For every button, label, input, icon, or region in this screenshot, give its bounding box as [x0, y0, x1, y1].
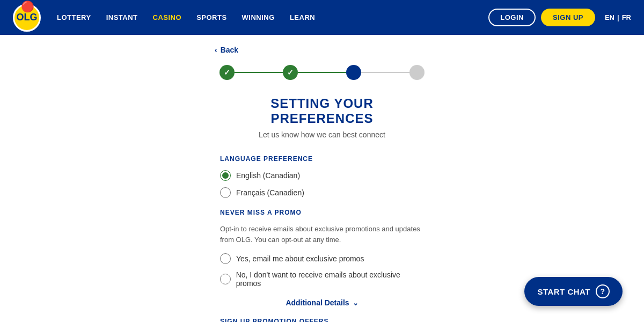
- logo-circle: 🔴 OLG: [13, 4, 41, 32]
- promo-option-yes[interactable]: Yes, email me about exclusive promos: [220, 253, 424, 264]
- step-2: ✓: [283, 65, 298, 80]
- preferences-form: SETTING YOUR PREFERENCES Let us know how…: [209, 96, 435, 322]
- nav-casino[interactable]: CASINO: [153, 13, 182, 21]
- promo-label-no: No, I don't want to receive emails about…: [236, 270, 424, 288]
- nav-winning[interactable]: WINNING: [242, 13, 275, 21]
- chevron-down-icon: ⌄: [353, 299, 358, 307]
- main-nav: LOTTERY INSTANT CASINO SPORTS WINNING LE…: [57, 13, 488, 21]
- step-line-1: [235, 72, 283, 73]
- step-line-3: [361, 72, 409, 73]
- promo-label-yes: Yes, email me about exclusive promos: [236, 254, 364, 263]
- promo-option-no[interactable]: No, I don't want to receive emails about…: [220, 270, 424, 288]
- lang-divider: |: [617, 13, 619, 21]
- promo-description: Opt-in to receive emails about exclusive…: [220, 224, 424, 245]
- additional-details-link[interactable]: Additional Details ⌄: [220, 298, 424, 307]
- promo-radio-yes[interactable]: [220, 253, 231, 264]
- back-link[interactable]: ‹ Back: [215, 46, 238, 54]
- chat-icon: ?: [596, 284, 610, 298]
- progress-indicator: ✓ ✓: [0, 65, 644, 80]
- promo-radio-no[interactable]: [220, 274, 231, 284]
- lang-en[interactable]: EN: [605, 13, 614, 21]
- step-3: [346, 65, 361, 80]
- step-line-2: [298, 72, 346, 73]
- header: 🔴 OLG LOTTERY INSTANT CASINO SPORTS WINN…: [0, 0, 644, 35]
- language-option-french[interactable]: Français (Canadien): [220, 187, 424, 198]
- page-subtitle: Let us know how we can best connect: [220, 130, 424, 139]
- nav-learn[interactable]: LEARN: [290, 13, 315, 21]
- back-chevron-icon: ‹: [215, 46, 217, 54]
- start-chat-button[interactable]: START CHAT ?: [524, 277, 623, 306]
- lang-fr[interactable]: FR: [622, 13, 631, 21]
- logo[interactable]: 🔴 OLG: [13, 4, 41, 32]
- step-4: [409, 65, 425, 80]
- nav-lottery[interactable]: LOTTERY: [57, 13, 91, 21]
- language-section-label: LANGUAGE PREFERENCE: [220, 155, 424, 163]
- language-radio-english[interactable]: [220, 170, 231, 181]
- promo-radio-group: Yes, email me about exclusive promos No,…: [220, 253, 424, 288]
- language-radio-french[interactable]: [220, 187, 231, 198]
- nav-instant[interactable]: INSTANT: [106, 13, 138, 21]
- language-switcher: EN | FR: [605, 13, 631, 21]
- signup-button[interactable]: SIGN UP: [541, 9, 595, 26]
- signup-promo-label: SIGN UP PROMOTION OFFERS: [220, 318, 424, 322]
- page-title: SETTING YOUR PREFERENCES: [220, 96, 424, 126]
- start-chat-label: START CHAT: [537, 287, 590, 296]
- back-label: Back: [221, 46, 238, 54]
- nav-sports[interactable]: SPORTS: [196, 13, 226, 21]
- language-label-english: English (Canadian): [236, 171, 300, 180]
- language-label-french: Français (Canadien): [236, 188, 304, 197]
- additional-details-label: Additional Details: [286, 298, 349, 307]
- chat-bubble-icon: ?: [600, 287, 605, 296]
- login-button[interactable]: LOGIN: [488, 9, 536, 26]
- language-option-english[interactable]: English (Canadian): [220, 170, 424, 181]
- step-1: ✓: [219, 65, 235, 80]
- promo-section-label: NEVER MISS A PROMO: [220, 209, 424, 216]
- logo-flame: 🔴: [21, 0, 34, 13]
- logo-text: OLG: [17, 12, 38, 23]
- language-radio-group: English (Canadian) Français (Canadien): [220, 170, 424, 198]
- header-right: LOGIN SIGN UP EN | FR: [488, 9, 631, 26]
